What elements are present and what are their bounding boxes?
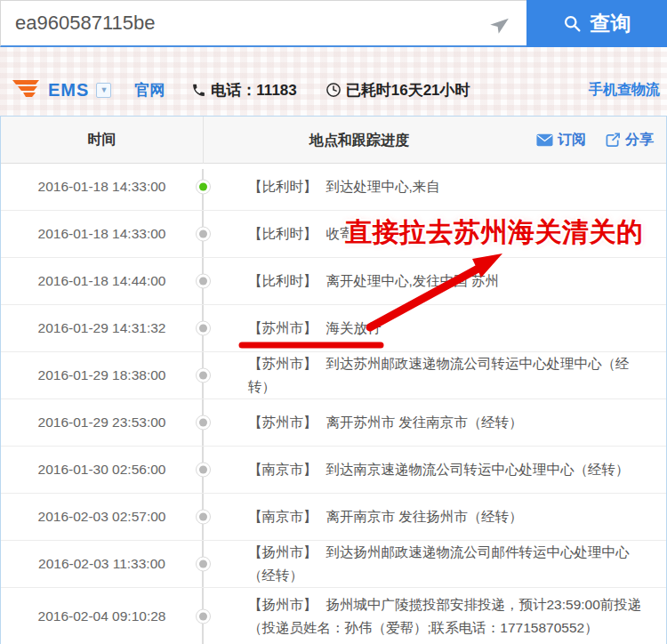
event-description: 【苏州市】离开苏州市 发往南京市（经转） [203,411,666,434]
timeline-dot [196,415,211,431]
event-description: 【扬州市】到达扬州邮政速递物流公司邮件转运中心处理中心（经转） [203,541,666,587]
column-header-time: 时间 [1,131,203,149]
event-time: 2016-01-29 18:38:00 [1,367,203,383]
tracking-row: 2016-01-18 14:33:00【比利时】到达处理中心,来自 [1,164,666,211]
search-input-wrap [0,0,526,47]
tracking-row: 2016-01-29 23:53:00【苏州市】离开苏州市 发往南京市（经转） [1,399,666,447]
event-time: 2016-01-30 02:56:00 [1,462,203,478]
ems-logo-icon [12,80,43,100]
event-location: 【苏州市】 [248,320,317,335]
event-description: 【南京市】到达南京速递物流公司转运中心处理中心（经转） [203,458,666,481]
timeline-dot [196,557,211,572]
envelope-icon [536,133,553,147]
event-text: 到达南京速递物流公司转运中心处理中心（经转） [326,462,630,477]
column-header-progress: 地点和跟踪进度 [203,117,515,164]
event-description: 【扬州市】扬州城中广陵揽投部安排投递，预计23:59:00前投递（投递员姓名：孙… [203,593,666,640]
event-description: 【南京市】离开南京市 发往扬州市（经转） [203,505,666,528]
timeline-dot [196,321,211,336]
mobile-track-link[interactable]: 手机查物流 [589,81,660,100]
table-header: 时间 地点和跟踪进度 订阅 分享 [1,117,666,164]
event-location: 【比利时】 [248,273,317,288]
share-button[interactable]: 分享 [606,131,654,149]
event-location: 【南京市】 [248,509,317,524]
carrier-name: EMS [48,80,89,101]
tracking-row: 2016-01-29 14:31:32【苏州市】海关放行 [1,305,666,352]
clock-icon [325,82,342,98]
search-icon [563,14,582,33]
subscribe-button[interactable]: 订阅 [536,131,586,149]
timeline-dot [196,227,211,242]
tracking-row: 2016-01-30 02:56:00【南京市】到达南京速递物流公司转运中心处理… [1,447,666,494]
tracking-row: 2016-02-03 11:33:00【扬州市】到达扬州邮政速递物流公司邮件转运… [1,541,666,588]
tracking-table: 时间 地点和跟踪进度 订阅 分享 2016-01-18 14:33 [0,116,667,644]
official-site-link[interactable]: 官网 [134,80,165,101]
event-time: 2016-01-29 14:31:32 [1,320,203,336]
phone-icon [191,83,206,98]
tracking-row: 2016-02-03 02:57:00【南京市】离开南京市 发往扬州市（经转） [1,494,666,541]
timeline-dot [196,510,211,525]
share-icon [606,133,621,148]
send-icon[interactable] [487,13,510,36]
annotation-text: 直接拉去苏州海关清关的 [345,214,665,251]
event-location: 【扬州市】 [248,597,317,612]
event-location: 【比利时】 [248,179,317,194]
carrier-info-row: EMS ▼ 官网 电话：11183 已耗时16天21小时 手机查物流 [0,76,667,103]
event-text: 到达处理中心,来自 [326,179,440,194]
tracking-row: 2016-02-04 09:10:28【扬州市】扬州城中广陵揽投部安排投递，预计… [1,588,666,644]
timeline-dot [196,609,211,624]
search-button-label: 查询 [591,10,631,37]
event-location: 【南京市】 [248,462,317,477]
event-location: 【苏州市】 [248,356,317,371]
tracking-row: 2016-01-29 18:38:00【苏州市】到达苏州邮政速递物流公司转运中心… [1,352,666,399]
tracking-number-input[interactable] [1,1,472,45]
event-text: 离开处理中心,发往中国 苏州 [326,273,500,288]
event-description: 【比利时】离开处理中心,发往中国 苏州 [203,270,666,293]
event-time: 2016-02-03 02:57:00 [1,509,203,525]
share-label: 分享 [625,131,654,149]
event-time: 2016-01-18 14:44:00 [1,273,203,289]
event-time: 2016-02-03 11:33:00 [1,556,203,572]
event-text: 离开苏州市 发往南京市（经转） [326,415,523,430]
timeline-dot [196,368,211,383]
timeline-dot [196,180,211,195]
event-location: 【扬州市】 [248,544,317,559]
subscribe-label: 订阅 [558,131,586,149]
event-time: 2016-01-29 23:53:00 [1,415,203,431]
timeline-dot [196,274,211,289]
phone-label: 电话：11183 [211,80,296,101]
carrier-dropdown[interactable]: ▼ [96,83,111,98]
elapsed-time-label: 已耗时16天21小时 [346,80,470,101]
event-time: 2016-01-18 14:33:00 [1,179,203,195]
event-description: 【苏州市】海关放行 [203,317,666,340]
search-bar: 查询 [0,0,667,47]
event-location: 【苏州市】 [248,415,317,430]
tracking-row: 2016-01-18 14:44:00【比利时】离开处理中心,发往中国 苏州 [1,258,666,305]
event-description: 【比利时】到达处理中心,来自 [203,175,666,198]
search-button[interactable]: 查询 [526,0,667,47]
event-time: 2016-01-18 14:33:00 [1,226,203,242]
event-text: 海关放行 [326,320,382,335]
timeline-dot [196,463,211,478]
event-location: 【比利时】 [248,226,317,241]
event-description: 【苏州市】到达苏州邮政速递物流公司转运中心处理中心（经转） [203,352,666,398]
event-text: 离开南京市 发往扬州市（经转） [326,509,523,524]
event-time: 2016-02-04 09:10:28 [1,608,203,624]
